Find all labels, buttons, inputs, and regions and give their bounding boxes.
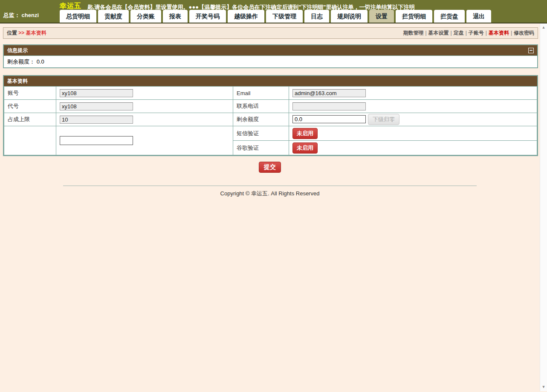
alias-label: 代号 <box>4 100 56 113</box>
vertical-scrollbar[interactable]: ▲ ▼ <box>540 23 547 391</box>
google-verify-label: 谷歌验证 <box>233 141 289 155</box>
table-row: 账号 Email <box>4 87 537 100</box>
account-label: 账号 <box>4 87 56 100</box>
submit-row: 提交 <box>0 162 540 173</box>
breadcrumb-bar: 位置 >> 基本资料 期数管理|基本设置|定盘|子账号|基本资料|修改密码 <box>3 27 538 39</box>
share-limit-field <box>60 116 133 124</box>
tab-total-bet-detail[interactable]: 总货明细 <box>60 10 96 23</box>
profile-panel: 基本资料 账号 Email 代号 联系电话 占成上限 <box>3 75 538 156</box>
submenu-separator: | <box>451 30 452 36</box>
info-panel-title: 信息提示 <box>7 47 28 54</box>
top-bar: 总监： chenzi 幸运五 匙,请各会员在【会员资料】里设置使用。●●●【温馨… <box>0 0 547 23</box>
tab-settings[interactable]: 设置 <box>369 10 394 23</box>
supervisor-label: 总监： chenzi <box>3 12 39 19</box>
balance-field[interactable] <box>292 115 366 123</box>
tab-draw-numbers[interactable]: 开奖号码 <box>189 10 226 23</box>
sms-verify-status-button[interactable]: 未启用 <box>292 128 318 139</box>
scroll-down-icon[interactable]: ▼ <box>542 385 546 389</box>
google-verify-status-button[interactable]: 未启用 <box>292 142 318 154</box>
scroll-up-icon[interactable]: ▲ <box>542 26 546 29</box>
submenu-basic-settings[interactable]: 基本设置 <box>428 30 449 36</box>
submenu-basic-profile[interactable]: 基本资料 <box>489 30 509 36</box>
submenu-change-password[interactable]: 修改密码 <box>514 30 534 36</box>
breadcrumb-prefix: 位置 <box>7 30 17 36</box>
breadcrumb: 位置 >> 基本资料 <box>7 29 46 37</box>
tab-contribution[interactable]: 贡献度 <box>98 10 129 23</box>
tab-intercept-detail[interactable]: 拦货明细 <box>396 10 432 23</box>
submenu-period-mgmt[interactable]: 期数管理 <box>403 30 423 36</box>
sms-verify-label: 短信验证 <box>233 126 289 141</box>
tab-report[interactable]: 报表 <box>163 10 188 23</box>
submenu-separator: | <box>486 30 487 36</box>
submenu-separator: | <box>425 30 426 36</box>
tab-intercept-board[interactable]: 拦货盘 <box>434 10 465 23</box>
extra-input-field[interactable] <box>60 136 133 145</box>
table-row: 代号 联系电话 <box>4 100 537 113</box>
table-row: 占成上限 剩余额度 下级归零 <box>4 113 537 126</box>
info-panel-header: 信息提示 <box>4 45 537 55</box>
profile-panel-title: 基本资料 <box>7 78 28 85</box>
tab-cross-level-ops[interactable]: 越级操作 <box>228 10 264 23</box>
main-content: 位置 >> 基本资料 期数管理|基本设置|定盘|子账号|基本资料|修改密码 信息… <box>0 23 540 391</box>
account-field <box>60 89 133 97</box>
tab-ledger[interactable]: 分类账 <box>130 10 161 23</box>
empty-label-cell <box>4 126 56 155</box>
email-label: Email <box>233 87 289 100</box>
info-panel-body: 剩余额度： 0.0 <box>4 55 537 67</box>
remaining-quota-label: 剩余额度： <box>7 58 35 65</box>
email-field <box>292 89 366 97</box>
tab-logs[interactable]: 日志 <box>304 10 329 23</box>
phone-label: 联系电话 <box>233 100 289 113</box>
collapse-icon[interactable] <box>528 48 534 53</box>
submenu-separator: | <box>466 30 467 36</box>
site-logo: 幸运五 <box>60 2 81 11</box>
submit-button[interactable]: 提交 <box>259 162 281 173</box>
main-nav-tabs: 总货明细 贡献度 分类账 报表 开奖号码 越级操作 下级管理 日志 规则说明 设… <box>60 10 491 23</box>
share-limit-label: 占成上限 <box>4 113 56 126</box>
info-panel: 信息提示 剩余额度： 0.0 <box>3 44 538 68</box>
profile-form-table: 账号 Email 代号 联系电话 占成上限 剩余额度 下级归零 <box>4 86 537 155</box>
reset-subordinate-button[interactable]: 下级归零 <box>368 114 399 125</box>
breadcrumb-current: 基本资料 <box>26 30 46 36</box>
breadcrumb-arrow: >> <box>18 30 24 36</box>
settings-submenu: 期数管理|基本设置|定盘|子账号|基本资料|修改密码 <box>403 29 534 37</box>
table-row: 短信验证 未启用 <box>4 126 537 141</box>
submenu-sub-account[interactable]: 子账号 <box>469 30 484 36</box>
copyright-text: Copyright © 幸运五. All Rights Reserved <box>0 190 540 197</box>
footer-divider <box>63 186 477 186</box>
balance-label: 剩余额度 <box>233 113 289 126</box>
profile-panel-header: 基本资料 <box>4 76 537 86</box>
tab-subordinate-mgmt[interactable]: 下级管理 <box>266 10 303 23</box>
remaining-quota-value: 0.0 <box>37 58 44 65</box>
tab-rules[interactable]: 规则说明 <box>331 10 368 23</box>
submenu-fix-board[interactable]: 定盘 <box>454 30 464 36</box>
submenu-separator: | <box>511 30 512 36</box>
tab-logout[interactable]: 退出 <box>466 10 491 23</box>
alias-field <box>60 102 133 110</box>
phone-field <box>292 102 366 110</box>
